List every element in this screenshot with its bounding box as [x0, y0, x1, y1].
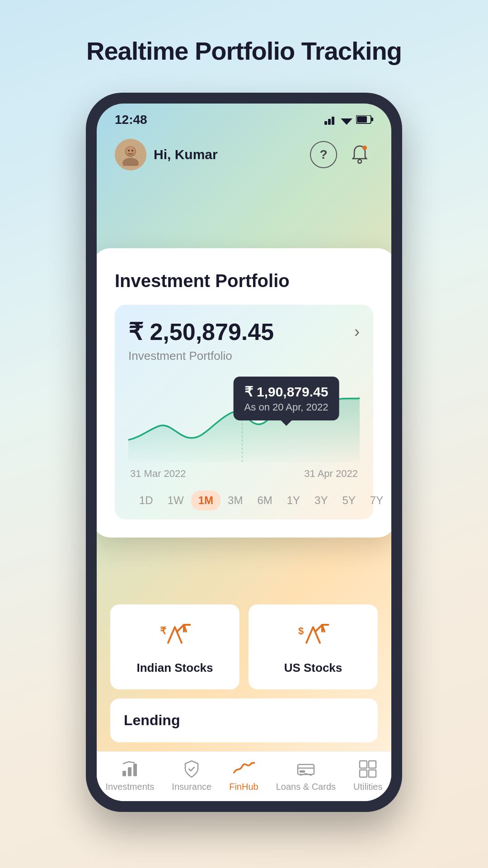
svg-text:₹: ₹ — [160, 625, 167, 637]
svg-point-10 — [128, 150, 130, 151]
time-btn-1w[interactable]: 1W — [160, 491, 191, 510]
notification-icon[interactable] — [346, 141, 373, 168]
nav-item-utilities[interactable]: Utilities — [353, 759, 382, 792]
nav-item-finhub[interactable]: FinHub — [229, 759, 258, 792]
wifi-icon — [341, 115, 352, 125]
portfolio-total-value: ₹ 2,50,879.45 — [128, 318, 274, 345]
status-icons — [324, 115, 373, 125]
battery-icon — [356, 115, 373, 124]
loans-icon — [296, 759, 316, 779]
chart-dates: 31 Mar 2022 31 Apr 2022 — [128, 468, 360, 480]
svg-rect-29 — [369, 761, 376, 768]
portfolio-subtitle: Investment Portfolio — [128, 349, 360, 363]
time-btn-1y[interactable]: 1Y — [280, 491, 307, 510]
svg-rect-2 — [332, 117, 334, 125]
status-time: 12:48 — [115, 113, 147, 127]
tooltip-value: ₹ 1,90,879.45 — [244, 384, 328, 400]
time-btn-6m[interactable]: 6M — [250, 491, 279, 510]
lending-section: Lending — [110, 698, 378, 742]
svg-rect-23 — [128, 767, 131, 776]
chart-tooltip: ₹ 1,90,879.45 As on 20 Apr, 2022 — [234, 377, 339, 420]
svg-rect-5 — [371, 118, 373, 121]
chart-container: ₹ 2,50,879.45 › Investment Portfolio — [115, 305, 373, 519]
indian-stocks-card[interactable]: ₹ Indian Stocks — [110, 604, 239, 689]
finhub-icon — [232, 759, 255, 779]
us-stocks-card[interactable]: $ US Stocks — [249, 604, 378, 689]
phone-outer: 12:48 — [86, 93, 402, 812]
svg-rect-1 — [328, 119, 331, 125]
finhub-label: FinHub — [229, 782, 258, 792]
svg-rect-31 — [369, 770, 376, 777]
tooltip-arrow — [281, 420, 292, 426]
lending-title: Lending — [124, 712, 180, 728]
portfolio-card-wrapper: Investment Portfolio ₹ 2,50,879.45 › Inv… — [97, 248, 391, 538]
svg-point-12 — [358, 160, 361, 163]
page-title: Realtime Portfolio Tracking — [0, 0, 488, 93]
svg-text:$: $ — [298, 625, 304, 637]
indian-stocks-label: Indian Stocks — [136, 660, 213, 676]
time-btn-3m[interactable]: 3M — [221, 491, 250, 510]
time-btn-1d[interactable]: 1D — [132, 491, 160, 510]
insurance-label: Insurance — [172, 782, 211, 792]
us-stocks-label: US Stocks — [284, 660, 343, 676]
insurance-icon — [182, 759, 202, 779]
avatar — [115, 139, 146, 170]
loans-label: Loans & Cards — [276, 782, 336, 792]
nav-item-loans[interactable]: Loans & Cards — [276, 759, 336, 792]
nav-item-insurance[interactable]: Insurance — [172, 759, 211, 792]
time-btn-5y[interactable]: 5Y — [335, 491, 362, 510]
time-period-selector: 1D 1W 1M 3M 6M 1Y 3Y 5Y 7Y — [128, 491, 360, 510]
investment-categories: ₹ Indian Stocks $ — [110, 604, 378, 689]
tooltip-date: As on 20 Apr, 2022 — [244, 401, 328, 413]
svg-point-11 — [131, 150, 133, 151]
indian-stocks-icon: ₹ — [159, 618, 191, 655]
nav-action-icons: ? — [310, 141, 373, 168]
chart-navigate-arrow[interactable]: › — [354, 322, 360, 341]
chart-header: ₹ 2,50,879.45 › — [128, 318, 360, 345]
svg-rect-6 — [357, 116, 367, 123]
svg-point-8 — [122, 158, 139, 166]
svg-rect-25 — [298, 764, 314, 774]
help-icon[interactable]: ? — [310, 141, 337, 168]
phone-screen: 12:48 — [97, 104, 391, 801]
svg-rect-30 — [360, 770, 367, 777]
svg-rect-28 — [360, 761, 367, 768]
phone-mockup: 12:48 — [86, 93, 402, 812]
us-stocks-icon: $ — [297, 618, 329, 655]
investments-label: Investments — [106, 782, 155, 792]
chart-date-start: 31 Mar 2022 — [130, 468, 186, 480]
time-btn-3y[interactable]: 3Y — [307, 491, 335, 510]
portfolio-card-title: Investment Portfolio — [115, 271, 373, 291]
investments-icon — [120, 759, 140, 779]
bottom-nav: Investments Insurance FinHub — [97, 751, 391, 801]
portfolio-card: Investment Portfolio ₹ 2,50,879.45 › Inv… — [97, 248, 391, 538]
utilities-label: Utilities — [353, 782, 382, 792]
utilities-icon — [358, 759, 378, 779]
time-btn-7y[interactable]: 7Y — [363, 491, 390, 510]
chart-date-end: 31 Apr 2022 — [304, 468, 358, 480]
svg-rect-27 — [300, 770, 305, 773]
nav-item-investments[interactable]: Investments — [106, 759, 155, 792]
signal-icon — [324, 115, 337, 125]
status-bar: 12:48 — [97, 104, 391, 132]
svg-marker-3 — [341, 118, 352, 125]
top-nav: Hi, Kumar ? — [97, 132, 391, 179]
svg-rect-22 — [122, 771, 126, 776]
svg-rect-0 — [324, 121, 327, 125]
svg-rect-24 — [133, 764, 137, 776]
greeting-text: Hi, Kumar — [154, 147, 218, 162]
svg-point-13 — [362, 146, 367, 150]
time-btn-1m[interactable]: 1M — [191, 491, 221, 510]
chart-svg-wrapper: ₹ 1,90,879.45 As on 20 Apr, 2022 — [128, 372, 360, 462]
screen-content: ₹ Indian Stocks $ — [97, 595, 391, 751]
user-greeting: Hi, Kumar — [115, 139, 218, 170]
